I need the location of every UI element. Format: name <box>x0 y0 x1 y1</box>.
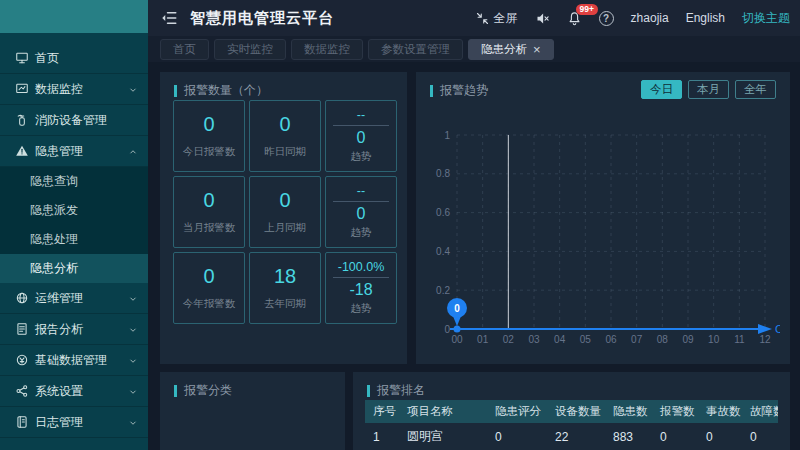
table-cell: 圆明宫 <box>399 428 487 445</box>
table-cell: 0 <box>742 430 778 444</box>
sidebar-item-hazard-mgmt[interactable]: 隐患管理 <box>0 136 148 167</box>
alarm-stat-card: 0今日报警数 <box>173 100 245 172</box>
tab-实时监控[interactable]: 实时监控 <box>214 39 286 60</box>
svg-text:0.2: 0.2 <box>436 285 450 296</box>
username[interactable]: zhaojia <box>631 11 669 25</box>
table-cell: 0 <box>487 430 547 444</box>
title-bar-accent <box>174 85 177 97</box>
sidebar-subitem-hazard-analysis[interactable]: 隐患分析 <box>0 254 148 283</box>
sidebar-subitem-hazard-query[interactable]: 隐患查询 <box>0 167 148 196</box>
topbar-actions: 全屏 99+ ? zhaojia English 切换主题 <box>475 10 790 27</box>
app-root: 首页数据监控消防设备管理隐患管理隐患查询隐患派发隐患处理隐患分析运维管理报告分析… <box>0 0 800 450</box>
svg-text:0.8: 0.8 <box>436 168 450 179</box>
chevron-down-icon <box>128 293 138 303</box>
alarm-category-panel: 报警分类 <box>160 372 345 450</box>
extinguisher-icon <box>15 113 29 127</box>
panel-title: 报警趋势 <box>430 82 488 99</box>
alarm-trend-card: -100.0%-18趋势 <box>325 252 397 324</box>
language-switch[interactable]: English <box>686 11 725 25</box>
question-icon: ? <box>599 11 614 26</box>
period-button-今日[interactable]: 今日 <box>641 80 682 99</box>
title-bar-accent <box>174 385 177 397</box>
svg-text:08: 08 <box>657 334 669 345</box>
sidebar-subitem-hazard-handle[interactable]: 隐患处理 <box>0 225 148 254</box>
mute-button[interactable] <box>535 11 550 26</box>
period-button-本月[interactable]: 本月 <box>688 80 729 99</box>
table-cell: 0 <box>698 430 742 444</box>
log-icon <box>15 415 29 429</box>
alarm-trend-panel: 报警趋势 今日本月全年 00.20.40.60.8100010203040506… <box>416 72 790 364</box>
svg-text:0.4: 0.4 <box>436 246 450 257</box>
table-row[interactable]: 1圆明宫022883000 <box>365 423 778 450</box>
fullscreen-button[interactable]: 全屏 <box>475 10 518 27</box>
svg-text:12: 12 <box>759 334 771 345</box>
alarm-stat-card: 0今年报警数 <box>173 252 245 324</box>
logo-area <box>0 0 148 33</box>
panel-title: 报警排名 <box>367 382 425 399</box>
alarm-stat-card: 0昨日同期 <box>249 100 321 172</box>
tab-数据监控[interactable]: 数据监控 <box>291 39 363 60</box>
divider <box>333 201 389 202</box>
divider <box>333 125 389 126</box>
svg-text:0: 0 <box>454 303 460 314</box>
alarm-count-panel: 报警数量（个） 0今日报警数0昨日同期--0趋势0当月报警数0上月同期--0趋势… <box>160 72 407 364</box>
help-button[interactable]: ? <box>599 11 614 26</box>
period-button-全年[interactable]: 全年 <box>735 80 776 99</box>
share-nodes-icon <box>15 384 29 398</box>
table-header-cell: 事故数 <box>698 404 742 419</box>
sidebar-item-data-monitor[interactable]: 数据监控 <box>0 74 148 105</box>
table-header-cell: 设备数量 <box>547 404 605 419</box>
svg-text:09: 09 <box>682 334 694 345</box>
svg-text:10: 10 <box>708 334 720 345</box>
tab-bar: 首页实时监控数据监控参数设置管理隐患分析× <box>148 36 800 62</box>
alarm-ranking-panel: 报警排名 序号项目名称隐患评分设备数量隐患数报警数事故数故障数1圆明宫02288… <box>353 372 790 450</box>
sidebar-subitem-hazard-dispatch[interactable]: 隐患派发 <box>0 196 148 225</box>
svg-text:C: C <box>775 323 780 335</box>
sidebar-item-log-mgmt[interactable]: 日志管理 <box>0 407 148 438</box>
tab-参数设置管理[interactable]: 参数设置管理 <box>368 39 463 60</box>
sidebar-item-report-analysis[interactable]: 报告分析 <box>0 314 148 345</box>
tab-首页[interactable]: 首页 <box>160 39 209 60</box>
speaker-mute-icon <box>535 11 550 26</box>
warning-icon <box>15 144 29 158</box>
svg-text:1: 1 <box>444 130 450 141</box>
svg-text:04: 04 <box>554 334 566 345</box>
app-title: 智慧用电管理云平台 <box>190 9 334 28</box>
alarm-stat-card: 0上月同期 <box>249 176 321 248</box>
sidebar-menu: 首页数据监控消防设备管理隐患管理隐患查询隐患派发隐患处理隐患分析运维管理报告分析… <box>0 33 148 438</box>
alarm-trend-card: --0趋势 <box>325 176 397 248</box>
svg-text:01: 01 <box>477 334 489 345</box>
main-column: 智慧用电管理云平台 全屏 99+ ? zhaojia English 切换主题 <box>148 0 800 450</box>
report-icon <box>15 322 29 336</box>
topbar: 智慧用电管理云平台 全屏 99+ ? zhaojia English 切换主题 <box>148 0 800 36</box>
table-cell: 883 <box>605 430 652 444</box>
trend-chart: 00.20.40.60.8100010203040506070809101112… <box>426 112 780 356</box>
tab-隐患分析[interactable]: 隐患分析× <box>468 39 554 60</box>
sidebar-item-base-data[interactable]: 基础数据管理 <box>0 345 148 376</box>
panel-title: 报警数量（个） <box>174 82 268 99</box>
table-header-cell: 故障数 <box>742 404 778 419</box>
globe-icon <box>15 291 29 305</box>
sidebar-item-ops-mgmt[interactable]: 运维管理 <box>0 283 148 314</box>
close-tab-icon[interactable]: × <box>533 43 541 56</box>
chevron-down-icon <box>128 355 138 365</box>
divider <box>333 277 389 278</box>
sidebar-item-fire-equipment[interactable]: 消防设备管理 <box>0 105 148 136</box>
alarm-trend-card: --0趋势 <box>325 100 397 172</box>
table-cell: 0 <box>652 430 698 444</box>
chevron-down-icon <box>128 417 138 427</box>
theme-switch[interactable]: 切换主题 <box>742 10 790 27</box>
chevron-down-icon <box>128 84 138 94</box>
notification-badge: 99+ <box>576 4 598 16</box>
menu-fold-icon[interactable] <box>160 9 178 27</box>
table-header-cell: 报警数 <box>652 404 698 419</box>
notifications-button[interactable]: 99+ <box>567 11 582 26</box>
alarm-stat-card: 0当月报警数 <box>173 176 245 248</box>
sidebar-item-system-settings[interactable]: 系统设置 <box>0 376 148 407</box>
svg-text:06: 06 <box>605 334 617 345</box>
svg-text:07: 07 <box>631 334 643 345</box>
monitor-icon <box>15 82 29 96</box>
sidebar-item-home[interactable]: 首页 <box>0 43 148 74</box>
chevron-up-icon <box>128 146 138 156</box>
svg-text:0.6: 0.6 <box>436 207 450 218</box>
